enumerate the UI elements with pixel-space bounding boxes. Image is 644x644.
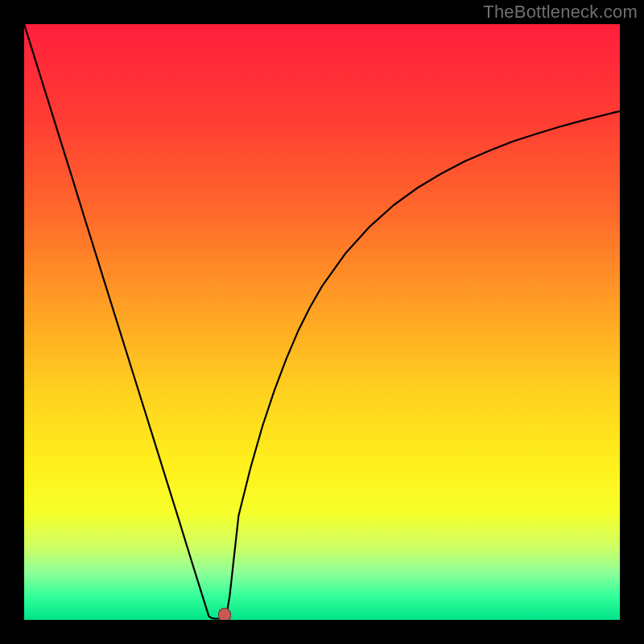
bottleneck-curve xyxy=(24,24,620,620)
watermark-label: TheBottleneck.com xyxy=(483,2,638,23)
plot-area xyxy=(24,24,620,620)
outer-frame: TheBottleneck.com xyxy=(0,0,644,644)
optimal-point-marker xyxy=(218,608,231,620)
